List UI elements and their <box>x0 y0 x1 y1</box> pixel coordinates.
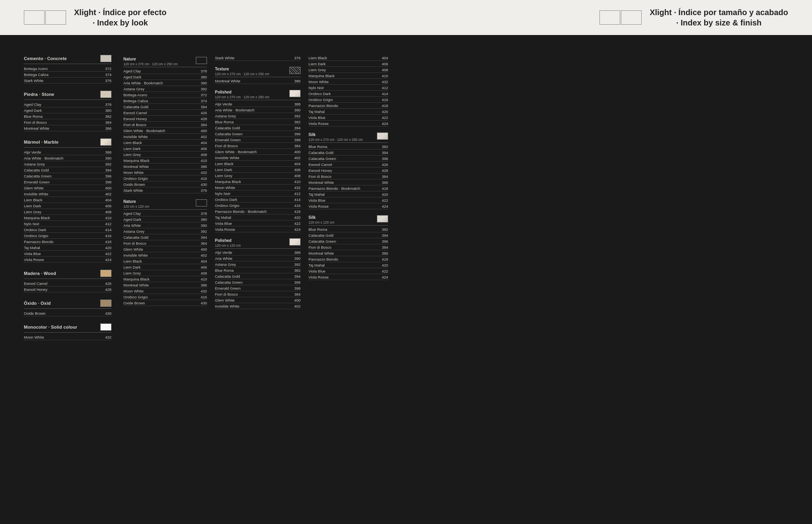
item-row: Astana Grey392 <box>123 86 207 92</box>
item-number: 418 <box>382 257 388 261</box>
item-row: Orobico Grigio416 <box>123 294 207 300</box>
item-name: Viola Rosse <box>308 275 329 279</box>
subsection-header: Texture120 cm x 270 cm · 120 cm x 250 cm <box>215 65 301 77</box>
item-number: 424 <box>382 275 388 279</box>
item-number: 402 <box>105 192 111 196</box>
subsection-size: 120 cm x 270 cm · 120 cm x 250 cm <box>123 62 178 66</box>
spacer3 <box>301 55 308 347</box>
item-name: Astana Grey <box>215 262 236 267</box>
item-row: Stark White376 <box>123 187 207 193</box>
item-row: Orobico Dark414 <box>24 227 111 233</box>
item-row: Stark White376 <box>215 55 301 61</box>
item-row: Orobico Grigio416 <box>215 203 301 208</box>
item-number: 384 <box>382 245 388 249</box>
item-number: 394 <box>382 150 388 155</box>
item-row: Blue Roma382 <box>24 113 111 119</box>
item-row: Taj Mahal420 <box>24 245 111 251</box>
item-number: 378 <box>105 102 111 107</box>
item-name: Emerald Green <box>215 138 240 142</box>
item-name: Orobico Dark <box>215 197 237 202</box>
item-number: 418 <box>294 209 301 214</box>
item-number: 386 <box>382 251 388 255</box>
item-row: Liem Black404 <box>123 258 207 264</box>
item-number: 392 <box>105 162 111 166</box>
item-name: Ewood Honey <box>123 117 147 121</box>
section-header-piedra: Piedra · Stone <box>24 91 111 100</box>
item-name: Orobico Grigio <box>123 295 148 299</box>
item-row: Montreal White386 <box>215 78 301 84</box>
item-number: 430 <box>201 301 207 305</box>
item-number: 416 <box>382 97 388 102</box>
item-name: Nylo Noir <box>215 191 230 196</box>
item-row: Orobico Dark414 <box>215 197 301 203</box>
item-number: 396 <box>105 174 111 178</box>
item-number: 388 <box>105 150 111 154</box>
item-number: 416 <box>105 234 111 238</box>
col4-sections: Liem Black404Liem Dark406Liem Grey408Mar… <box>308 55 388 280</box>
item-name: Viola Blue <box>308 269 326 273</box>
item-name: Liem Dark <box>308 62 326 66</box>
item-name: Viola Rosse <box>308 121 329 126</box>
item-name: Blue Roma <box>308 227 327 232</box>
item-row: Glem White · Bookmatch400 <box>215 149 301 155</box>
item-name: Liem Dark <box>24 204 41 208</box>
item-name: Aria White · Bookmatch <box>24 156 63 160</box>
item-name: Orobico Dark <box>24 228 46 232</box>
item-number: 388 <box>294 102 301 106</box>
item-number: 390 <box>201 223 207 228</box>
item-row: Calacatta Gold394 <box>215 273 301 279</box>
item-row: Montreal White386 <box>123 164 207 169</box>
item-row: Orobico Dark414 <box>308 91 388 97</box>
item-row: Viola Blue422 <box>24 251 111 257</box>
item-row: Invisible White402 <box>123 134 207 140</box>
item-number: 384 <box>294 144 301 148</box>
item-name: Liem Black <box>123 140 142 145</box>
item-row: Ewood Honey428 <box>24 286 111 292</box>
subsection-swatch <box>289 90 301 97</box>
item-row: Liem Dark406 <box>24 203 111 209</box>
item-row: Emerald Green398 <box>24 179 111 185</box>
col1-index-by-look: Cemento · ConcreteBottega Acero372Botteg… <box>24 55 111 347</box>
item-row: Taj Mahal420 <box>215 214 301 220</box>
item-name: Liem Black <box>215 162 233 166</box>
item-row: Liem Grey408 <box>24 209 111 215</box>
item-row: Glem White400 <box>24 185 111 191</box>
item-number: 432 <box>105 335 111 339</box>
item-name: Blue Roma <box>24 114 43 119</box>
item-number: 374 <box>201 99 207 103</box>
right-logo-icon <box>599 10 642 25</box>
col2-nature: Nature120 cm x 270 cm · 120 cm x 250 cmA… <box>123 55 207 347</box>
item-row: Ewood Camel426 <box>24 281 111 286</box>
item-number: 416 <box>294 203 301 208</box>
item-name: Stark White <box>123 188 143 193</box>
subsection-bold-title: Silk <box>308 215 316 220</box>
item-number: 374 <box>105 72 111 77</box>
header-right: Xlight · Índice por tamaño y acabado · I… <box>406 7 788 28</box>
item-row: Liem Dark406 <box>215 167 301 173</box>
item-name: Liem Grey <box>123 152 141 157</box>
item-name: Montreal White <box>215 79 240 83</box>
item-name: Viola Blue <box>308 198 326 203</box>
item-number: 404 <box>294 162 301 166</box>
item-name: Aged Clay <box>123 69 141 73</box>
item-row: Bottega Acero372 <box>123 92 207 98</box>
item-row: Emerald Green398 <box>215 137 301 143</box>
item-row: Calacatta Gold394 <box>24 167 111 173</box>
item-row: Aged Clay378 <box>123 68 207 74</box>
item-name: Fiori di Bosco <box>215 292 238 296</box>
item-row: Marquina Black410 <box>123 158 207 164</box>
item-name: Viola Rosse <box>308 204 329 208</box>
item-name: Ewood Honey <box>308 168 332 173</box>
item-number: 384 <box>294 292 301 296</box>
item-number: 422 <box>382 198 388 203</box>
item-row: Fiori di Bosco384 <box>123 240 207 246</box>
item-name: Alpi Verde <box>215 250 232 255</box>
item-name: Ewood Camel <box>123 111 147 115</box>
item-number: 404 <box>105 198 111 202</box>
item-name: Oxide Brown <box>24 311 45 316</box>
item-row: Viola Blue422 <box>215 220 301 226</box>
item-row: Taj Mahal420 <box>308 262 388 268</box>
item-number: 398 <box>294 138 301 142</box>
item-row: Liem Black404 <box>24 197 111 203</box>
item-name: Liem Dark <box>123 146 141 151</box>
